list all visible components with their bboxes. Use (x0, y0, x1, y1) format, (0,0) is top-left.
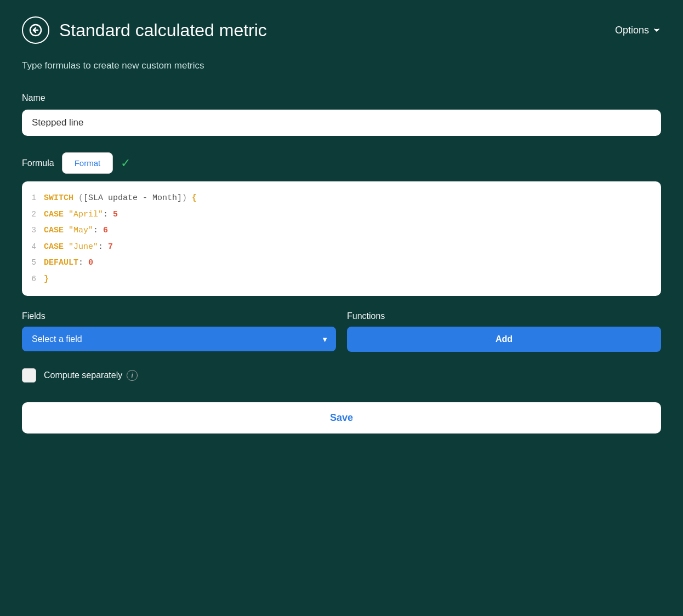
name-label: Name (22, 93, 661, 103)
functions-label: Functions (347, 311, 661, 321)
select-field[interactable]: Select a field (22, 327, 336, 351)
select-field-wrapper: Select a field ▼ (22, 327, 336, 351)
compute-row: Compute separately i (22, 368, 661, 383)
code-line-2: 2 CASE "April": 5 (22, 207, 661, 223)
code-line-3: 3 CASE "May": 6 (22, 223, 661, 239)
name-input[interactable] (22, 110, 661, 136)
fields-label: Fields (22, 311, 336, 321)
formula-row: Formula Format ✓ (22, 152, 661, 174)
code-line-4: 4 CASE "June": 7 (22, 239, 661, 255)
format-button[interactable]: Format (62, 152, 113, 174)
fields-section: Fields Select a field ▼ (22, 311, 336, 352)
chevron-down-icon (652, 26, 661, 35)
header: Standard calculated metric Options (22, 16, 661, 44)
code-line-6: 6 } (22, 271, 661, 288)
functions-section: Functions Add (347, 311, 661, 352)
options-label: Options (615, 25, 649, 36)
page-title: Standard calculated metric (59, 20, 267, 41)
subtitle: Type formulas to create new custom metri… (22, 60, 661, 71)
add-button[interactable]: Add (347, 327, 661, 352)
formula-label: Formula (22, 158, 54, 168)
name-section: Name (22, 93, 661, 136)
check-icon: ✓ (121, 156, 130, 170)
code-line-5: 5 DEFAULT: 0 (22, 255, 661, 271)
save-button[interactable]: Save (22, 402, 661, 434)
compute-checkbox[interactable] (22, 368, 36, 383)
fields-functions-row: Fields Select a field ▼ Functions Add (22, 311, 661, 352)
header-left: Standard calculated metric (22, 16, 267, 44)
back-button[interactable] (22, 16, 49, 44)
info-icon: i (127, 370, 138, 381)
options-button[interactable]: Options (615, 25, 661, 36)
compute-label: Compute separately i (44, 370, 138, 381)
code-editor[interactable]: 1 SWITCH ([SLA update - Month]) { 2 CASE… (22, 181, 661, 296)
code-line-1: 1 SWITCH ([SLA update - Month]) { (22, 190, 661, 207)
